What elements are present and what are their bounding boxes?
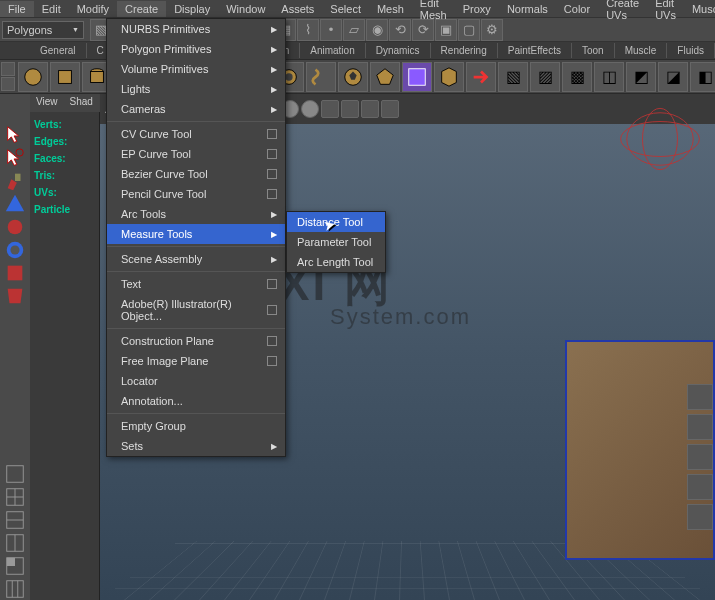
create-menu-adobe-r-illustrator-r-object-[interactable]: Adobe(R) Illustrator(R) Object...: [107, 294, 285, 326]
right-tool-2[interactable]: [687, 414, 713, 440]
option-box-icon[interactable]: [267, 149, 277, 159]
layout-4-icon[interactable]: [1, 532, 29, 554]
menu-edit-uvs[interactable]: Edit UVs: [647, 0, 684, 23]
shelf-bridge-icon[interactable]: ▩: [562, 62, 592, 92]
right-tool-1[interactable]: [687, 384, 713, 410]
snap-curve-icon[interactable]: ⌇: [297, 19, 319, 41]
shelf-soccer-icon[interactable]: [338, 62, 368, 92]
layout-6-icon[interactable]: [1, 578, 29, 600]
submenu-distance-tool[interactable]: Distance Tool: [287, 212, 385, 232]
shelf-mini-2[interactable]: [1, 77, 15, 91]
render-settings-icon[interactable]: ⚙: [481, 19, 503, 41]
option-box-icon[interactable]: [267, 336, 277, 346]
hud-tab-shading[interactable]: Shad: [64, 94, 99, 112]
create-menu-cameras[interactable]: Cameras▶: [107, 99, 285, 119]
render-icon[interactable]: ▣: [435, 19, 457, 41]
vp-icon-14[interactable]: [381, 100, 399, 118]
menu-modify[interactable]: Modify: [69, 1, 117, 17]
snap-live-icon[interactable]: ◉: [366, 19, 388, 41]
shelf-tab-general[interactable]: General: [30, 43, 87, 58]
snap-point-icon[interactable]: •: [320, 19, 342, 41]
create-menu-pencil-curve-tool[interactable]: Pencil Curve Tool: [107, 184, 285, 204]
create-menu-ep-curve-tool[interactable]: EP Curve Tool: [107, 144, 285, 164]
submenu-parameter-tool[interactable]: Parameter Tool: [287, 232, 385, 252]
create-menu-volume-primitives[interactable]: Volume Primitives▶: [107, 59, 285, 79]
shelf-cube-icon[interactable]: [50, 62, 80, 92]
history-on-icon[interactable]: ⟲: [389, 19, 411, 41]
menu-edit[interactable]: Edit: [34, 1, 69, 17]
vp-icon-13[interactable]: [361, 100, 379, 118]
shelf-combine-icon[interactable]: ◩: [626, 62, 656, 92]
shelf-tab-fluids[interactable]: Fluids: [667, 43, 715, 58]
option-box-icon[interactable]: [267, 356, 277, 366]
shelf-bevel-icon[interactable]: ▨: [530, 62, 560, 92]
create-menu-nurbs-primitives[interactable]: NURBS Primitives▶: [107, 19, 285, 39]
shelf-extrude-icon[interactable]: ▧: [498, 62, 528, 92]
history-off-icon[interactable]: ⟳: [412, 19, 434, 41]
paint-tool-icon[interactable]: [1, 170, 29, 192]
menu-normals[interactable]: Normals: [499, 1, 556, 17]
shelf-smooth-icon[interactable]: ◧: [690, 62, 715, 92]
shelf-tab-rendering[interactable]: Rendering: [431, 43, 498, 58]
vp-icon-11[interactable]: [321, 100, 339, 118]
move-tool-icon[interactable]: [1, 193, 29, 215]
manip-tool-icon[interactable]: [1, 262, 29, 284]
create-menu-polygon-primitives[interactable]: Polygon Primitives▶: [107, 39, 285, 59]
shelf-tab-toon[interactable]: Toon: [572, 43, 615, 58]
hud-tab-view[interactable]: View: [30, 94, 64, 112]
menu-mesh[interactable]: Mesh: [369, 1, 412, 17]
layout-1-icon[interactable]: [1, 463, 29, 485]
create-menu-text[interactable]: Text: [107, 274, 285, 294]
vp-icon-10[interactable]: [301, 100, 319, 118]
right-tool-4[interactable]: [687, 474, 713, 500]
create-menu-lights[interactable]: Lights▶: [107, 79, 285, 99]
create-menu-scene-assembly[interactable]: Scene Assembly▶: [107, 249, 285, 269]
shelf-arrow-icon[interactable]: [466, 62, 496, 92]
shelf-helix-icon[interactable]: [306, 62, 336, 92]
menu-create[interactable]: Create: [117, 1, 166, 17]
create-menu-bezier-curve-tool[interactable]: Bezier Curve Tool: [107, 164, 285, 184]
snap-plane-icon[interactable]: ▱: [343, 19, 365, 41]
shelf-type-icon[interactable]: [402, 62, 432, 92]
menu-create-uvs[interactable]: Create UVs: [598, 0, 647, 23]
shelf-tab-muscle[interactable]: Muscle: [615, 43, 668, 58]
scale-tool-icon[interactable]: [1, 239, 29, 261]
menu-file[interactable]: File: [0, 1, 34, 17]
menu-window[interactable]: Window: [218, 1, 273, 17]
layout-3-icon[interactable]: [1, 509, 29, 531]
option-box-icon[interactable]: [267, 189, 277, 199]
shelf-separate-icon[interactable]: ◪: [658, 62, 688, 92]
create-menu-construction-plane[interactable]: Construction Plane: [107, 331, 285, 351]
shelf-sculpt-icon[interactable]: [434, 62, 464, 92]
shelf-mini-1[interactable]: [1, 62, 15, 76]
shelf-tab-animation[interactable]: Animation: [300, 43, 365, 58]
create-menu-free-image-plane[interactable]: Free Image Plane: [107, 351, 285, 371]
menu-muscle[interactable]: Muscle: [684, 1, 715, 17]
create-menu-sets[interactable]: Sets▶: [107, 436, 285, 456]
soft-tool-icon[interactable]: [1, 285, 29, 307]
right-tool-5[interactable]: [687, 504, 713, 530]
option-box-icon[interactable]: [267, 305, 277, 315]
menu-assets[interactable]: Assets: [273, 1, 322, 17]
menu-display[interactable]: Display: [166, 1, 218, 17]
right-tool-3[interactable]: [687, 444, 713, 470]
layout-2-icon[interactable]: [1, 486, 29, 508]
create-menu-cv-curve-tool[interactable]: CV Curve Tool: [107, 124, 285, 144]
select-tool-icon[interactable]: [1, 124, 29, 146]
shelf-platonic-icon[interactable]: [370, 62, 400, 92]
layout-5-icon[interactable]: [1, 555, 29, 577]
shelf-append-icon[interactable]: ◫: [594, 62, 624, 92]
mode-dropdown[interactable]: Polygons: [2, 21, 84, 39]
lasso-tool-icon[interactable]: [1, 147, 29, 169]
vp-icon-12[interactable]: [341, 100, 359, 118]
shelf-tab-dynamics[interactable]: Dynamics: [366, 43, 431, 58]
create-menu-annotation-[interactable]: Annotation...: [107, 391, 285, 411]
menu-proxy[interactable]: Proxy: [455, 1, 499, 17]
menu-select[interactable]: Select: [322, 1, 369, 17]
ipr-icon[interactable]: ▢: [458, 19, 480, 41]
create-menu-measure-tools[interactable]: Measure Tools▶: [107, 224, 285, 244]
create-menu-locator[interactable]: Locator: [107, 371, 285, 391]
create-menu-arc-tools[interactable]: Arc Tools▶: [107, 204, 285, 224]
submenu-arc-length-tool[interactable]: Arc Length Tool: [287, 252, 385, 272]
menu-color[interactable]: Color: [556, 1, 598, 17]
